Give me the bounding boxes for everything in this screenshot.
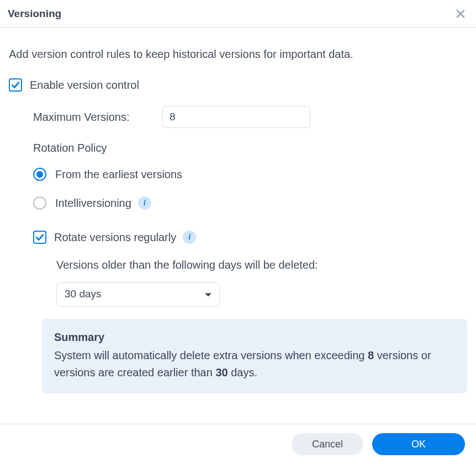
- summary-title: Summary: [54, 329, 455, 346]
- summary-text: System will automatically delete extra v…: [54, 347, 455, 381]
- dialog-body: Add version control rules to keep histor…: [0, 28, 476, 424]
- rotate-regularly-row: Rotate versions regularly i: [33, 230, 467, 245]
- ok-button[interactable]: OK: [372, 433, 465, 455]
- max-versions-input[interactable]: [162, 106, 310, 128]
- rotate-regularly-label: Rotate versions regularly: [54, 230, 176, 245]
- intro-text: Add version control rules to keep histor…: [9, 46, 467, 62]
- summary-text-pre: System will automatically delete extra v…: [54, 349, 368, 361]
- rotation-earliest-radio[interactable]: [33, 168, 46, 181]
- max-versions-row: Maximum Versions:: [33, 106, 467, 128]
- rotation-policy-label: Rotation Policy: [33, 140, 467, 156]
- max-versions-label: Maximum Versions:: [33, 109, 162, 125]
- chevron-down-icon: [205, 292, 211, 297]
- enable-version-control-checkbox[interactable]: [9, 78, 22, 92]
- rotate-days-select-wrap: 30 days: [56, 282, 467, 307]
- versioning-dialog: Versioning Add version control rules to …: [0, 0, 476, 464]
- dialog-header: Versioning: [0, 0, 476, 28]
- rotate-days-select[interactable]: 30 days: [56, 282, 220, 307]
- rotate-regularly-checkbox[interactable]: [33, 231, 46, 244]
- rotation-intelli-radio[interactable]: [33, 196, 46, 210]
- summary-box: Summary System will automatically delete…: [42, 319, 467, 393]
- rotation-intelli-row: Intelliversioning i: [33, 195, 467, 211]
- cancel-button[interactable]: Cancel: [292, 433, 363, 455]
- enable-version-control-label: Enable version control: [30, 77, 139, 93]
- rotation-earliest-label: From the earliest versions: [55, 167, 182, 182]
- summary-text-post: days.: [228, 366, 257, 378]
- dialog-title: Versioning: [8, 7, 61, 22]
- rotate-days-selected-value: 30 days: [65, 287, 102, 302]
- summary-bold-days: 30: [215, 366, 228, 378]
- rotation-intelli-label: Intelliversioning: [55, 195, 131, 211]
- rotate-helper-text: Versions older than the following days w…: [56, 257, 467, 273]
- summary-bold-versions: 8: [368, 349, 374, 361]
- info-icon[interactable]: i: [138, 196, 151, 210]
- enable-version-control-row: Enable version control: [9, 77, 467, 93]
- info-icon[interactable]: i: [183, 231, 196, 244]
- rotation-earliest-row: From the earliest versions: [33, 167, 467, 182]
- close-icon[interactable]: [455, 8, 466, 19]
- dialog-footer: Cancel OK: [0, 424, 476, 464]
